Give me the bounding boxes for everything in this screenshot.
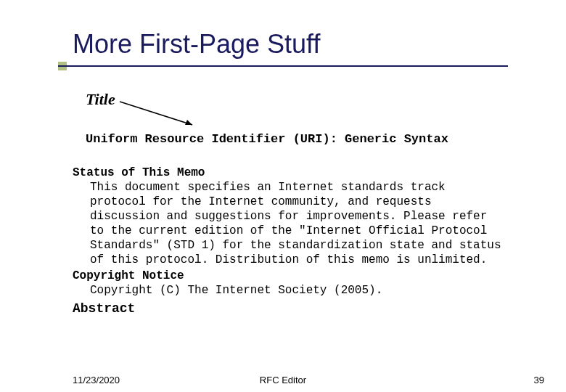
abstract-heading: Abstract [73,301,508,317]
footer-page-number: 39 [534,375,544,385]
copyright-body: Copyright (C) The Internet Society (2005… [73,283,508,298]
svg-line-0 [120,102,192,125]
document-body: Status of This Memo This document specif… [73,166,508,317]
arrow-icon [116,96,203,132]
copyright-heading: Copyright Notice [73,269,508,283]
footer-date: 11/23/2020 [73,375,120,385]
annotation-title-label: Title [86,90,115,109]
status-heading: Status of This Memo [73,166,508,180]
document-title: Uniform Resource Identifier (URI): Gener… [86,132,448,146]
footer-center: RFC Editor [260,375,306,385]
svg-marker-1 [185,120,192,125]
title-underline [58,65,508,67]
slide-title: More First-Page Stuff [73,29,320,60]
status-body: This document specifies an Internet stan… [73,180,508,267]
